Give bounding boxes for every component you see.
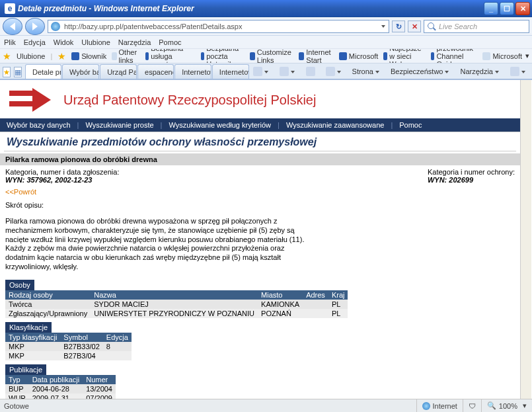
close-button[interactable]: ✕ <box>515 2 530 15</box>
print-button[interactable] <box>323 65 345 77</box>
tab[interactable]: Internetowy Porta... <box>174 64 211 79</box>
window-title: Detale przedmiotu - Windows Internet Exp… <box>18 4 194 13</box>
site-nav-item[interactable]: Wybór bazy danych <box>7 121 71 129</box>
home-icon <box>253 67 262 76</box>
internet-zone-icon <box>422 402 430 410</box>
tab-strip: ★ ▦ Detale przedm...✕ Wybór bazy danych … <box>0 63 532 79</box>
safety-menu[interactable]: Bezpieczeństwo <box>387 66 453 77</box>
nav-forward-button[interactable] <box>25 18 45 35</box>
minimize-button[interactable]: _ <box>484 2 498 15</box>
fav-link[interactable]: Bezpłatna poczta Hotmail <box>201 49 245 63</box>
table-row: TwórcaSYDOR MACIEJKAMIONKAPL <box>5 300 348 309</box>
status-bar: Gotowe Internet 🛡 🔍100%▾ <box>0 399 532 412</box>
desc-body: Pilarka ramowa pionowa do obróbki drewna… <box>5 217 312 272</box>
desc-label: Skrót opisu: <box>5 201 312 209</box>
tab-active[interactable]: Detale przedm...✕ <box>25 64 61 79</box>
menu-item[interactable]: Pomoc <box>159 38 181 46</box>
ie-icon: e <box>5 3 15 14</box>
status-zone: Internet <box>416 399 463 412</box>
menu-bar: Plik Edycja Widok Ulubione Narzędzia Pom… <box>0 36 532 49</box>
col-header: Kraj <box>328 290 348 300</box>
window-titlebar: e Detale przedmiotu - Windows Internet E… <box>0 0 532 17</box>
uprp-logo <box>9 87 56 113</box>
tab[interactable]: Internetowy Porta... <box>212 64 249 79</box>
pub-table: TypData publikacjiNumer BUP2004-06-2813/… <box>5 375 116 399</box>
favorites-panel-button[interactable]: ★ <box>3 67 11 77</box>
menu-item[interactable]: Widok <box>54 38 74 46</box>
table-row: MKPB27B3/04 <box>5 351 132 360</box>
tab[interactable]: Wybór bazy danych <box>62 64 99 79</box>
back-link[interactable]: <<Powrót <box>0 186 520 197</box>
feeds-icon <box>280 67 289 76</box>
section-klas-title: Klasyfikacje <box>5 322 52 333</box>
menu-item[interactable]: Ulubione <box>81 38 110 46</box>
home-button[interactable] <box>250 65 272 77</box>
address-toolbar: ↻ ✕ Live Search <box>0 17 532 36</box>
favorites-label: Ulubione <box>17 52 45 60</box>
address-dropdown-icon[interactable] <box>381 24 386 28</box>
site-nav-item[interactable]: Wyszukiwanie proste <box>85 121 153 129</box>
klas-table: Typ klasyfikacjiSymbolEdycja MKPB27B33/0… <box>5 333 132 360</box>
item-title: Pilarka ramowa pionowa do obróbki drewna <box>0 153 520 165</box>
fav-link[interactable]: przewodnik Channel Guide <box>431 49 478 63</box>
menu-item[interactable]: Plik <box>4 38 16 46</box>
address-bar[interactable] <box>48 20 389 33</box>
menu-item[interactable]: Edycja <box>24 38 46 46</box>
tools-menu[interactable]: Narzędzia <box>457 66 503 77</box>
feeds-button[interactable] <box>276 65 299 77</box>
meta-left-label: Kategoria, numer i data zgłoszenia: <box>5 168 119 176</box>
quick-tabs-button[interactable]: ▦ <box>14 67 22 77</box>
search-box[interactable]: Live Search <box>424 20 529 33</box>
nav-back-button[interactable] <box>3 18 22 35</box>
search-placeholder: Live Search <box>439 22 477 30</box>
site-nav-item[interactable]: Pomoc <box>399 121 422 129</box>
section-pub-title: Publikacje <box>5 364 46 375</box>
refresh-button[interactable]: ↻ <box>392 21 405 32</box>
col-header: Rodzaj osoby <box>5 290 91 300</box>
org-name: Urząd Patentowy Rzeczypospolitej Polskie… <box>63 93 316 108</box>
help-icon <box>510 67 519 76</box>
fav-link[interactable]: Microsoft <box>339 52 379 60</box>
fav-link[interactable]: Other links <box>112 49 140 63</box>
shield-icon: 🛡 <box>469 402 476 410</box>
mail-button[interactable] <box>303 65 319 77</box>
fav-link[interactable]: Najlepsze w sieci Web <box>383 49 425 63</box>
fav-link[interactable]: Microsoft▾ <box>482 52 529 60</box>
stop-button[interactable]: ✕ <box>408 21 421 32</box>
address-input[interactable] <box>63 22 379 31</box>
table-row: BUP2004-06-2813/2004 <box>5 384 116 393</box>
search-icon <box>427 22 436 31</box>
page-subtitle: Wyszukiwanie przedmiotów ochrony własnoś… <box>0 132 520 151</box>
print-icon <box>326 67 335 76</box>
col-header: Adres <box>303 290 328 300</box>
site-nav-item[interactable]: Wyszukiwanie zaawansowane <box>286 121 384 129</box>
fav-link[interactable]: Customize Links <box>250 49 294 63</box>
help-button[interactable] <box>507 65 529 77</box>
meta-right-value: WYN: 202699 <box>428 176 473 184</box>
site-nav-item[interactable]: Wyszukiwanie według kryteriów <box>169 121 271 129</box>
vertical-scrollbar[interactable] <box>520 80 531 399</box>
col-header: Miasto <box>258 290 303 300</box>
globe-icon <box>51 22 60 31</box>
zoom-level[interactable]: 🔍100%▾ <box>481 399 532 412</box>
menu-item[interactable]: Narzędzia <box>118 38 151 46</box>
page-viewport: Urząd Patentowy Rzeczypospolitej Polskie… <box>0 79 532 399</box>
col-header: Nazwa <box>91 290 258 300</box>
section-osoby-title: Osoby <box>5 280 34 290</box>
fav-link[interactable]: Słownik <box>71 52 106 60</box>
osoby-table: Rodzaj osoby Nazwa Miasto Adres Kraj Twó… <box>5 290 348 318</box>
fav-link[interactable]: Bezpłatna usługa pocztowa ... <box>145 49 196 63</box>
page-menu[interactable]: Strona <box>349 66 383 77</box>
meta-left-value: WYN: 357962, 2002-12-23 <box>5 176 92 184</box>
maximize-button[interactable]: ☐ <box>500 2 514 15</box>
table-row: MKPB27B33/028 <box>5 342 132 351</box>
fav-link[interactable]: Internet Start <box>299 49 333 63</box>
protected-mode-cell: 🛡 <box>463 399 481 412</box>
add-fav-icon[interactable]: ★ <box>57 52 66 61</box>
site-nav: Wybór bazy danych| Wyszukiwanie proste| … <box>0 118 520 132</box>
table-row: WUP2009-07-3107/2009 <box>5 393 116 399</box>
favorites-star-icon[interactable]: ★ <box>3 52 11 61</box>
zoom-icon: 🔍 <box>487 401 496 410</box>
tab[interactable]: espacenet - Witry... <box>137 64 174 79</box>
tab[interactable]: Urząd Patentowy ... <box>100 64 137 79</box>
